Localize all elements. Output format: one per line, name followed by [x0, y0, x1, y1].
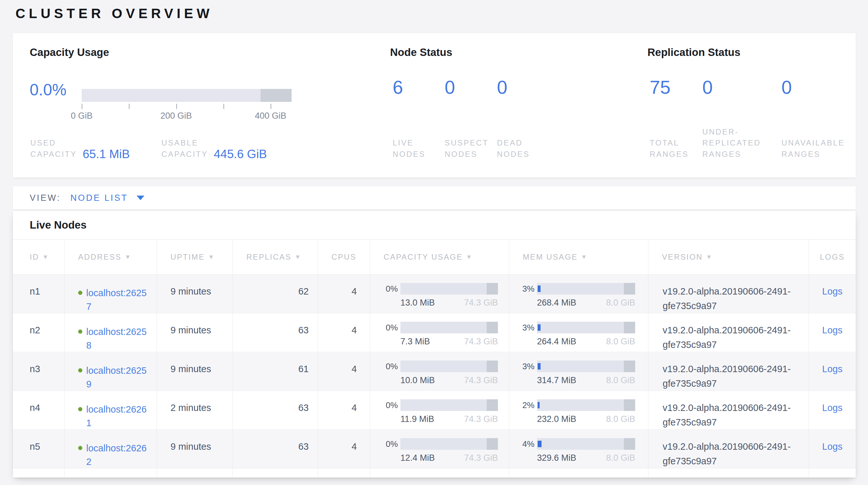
node-address-cell: localhost:26259 [64, 352, 157, 391]
node-live-dot-icon [78, 291, 82, 295]
mem-bar-cap [624, 322, 635, 333]
live-nodes-label: LIVE NODES [393, 137, 441, 160]
usable-capacity-label: USABLE CAPACITY [161, 137, 211, 160]
node-cpus-cell: 4 [318, 430, 370, 468]
node-id-cell: n3 [13, 352, 64, 391]
mem-total-value: 8.0 GiB [606, 414, 635, 424]
node-version-text: v19.2.0-alpha.20190606-2491-gfe735c9a97 [662, 362, 796, 391]
capacity-usage-axis: 0 GiB 200 GiB 400 GiB [82, 103, 291, 123]
capacity-bar [400, 399, 498, 411]
mem-bar-fill [538, 441, 541, 447]
axis-tick [176, 104, 177, 109]
suspect-nodes-label: SUSPECT NODES [445, 137, 495, 160]
mem-bar-cap [624, 438, 635, 450]
live-nodes-card: Live Nodes ID▼ ADDRESS▼ UPTIME▼ REPLICAS… [13, 211, 856, 478]
node-address-cell: localhost:26262 [64, 430, 157, 468]
capacity-usage-title: Capacity Usage [30, 46, 109, 59]
cluster-summary-card: Capacity Usage 0.0% 0 GiB 200 GiB 400 Gi… [13, 33, 856, 177]
column-header-logs: LOGS [809, 239, 856, 274]
column-header-version[interactable]: VERSION▼ [648, 239, 809, 274]
mem-used-value: 268.4 MiB [537, 298, 577, 308]
node-live-dot-icon [78, 368, 82, 372]
node-version-cell: v19.2.0-alpha.20190606-2491-gfe735c9a97 [648, 391, 809, 430]
capacity-bar [400, 438, 498, 450]
mem-bar [537, 322, 635, 333]
capacity-bar-cap [487, 283, 498, 294]
capacity-total-value: 74.3 GiB [464, 337, 498, 347]
node-uptime-cell: 9 minutes [157, 352, 232, 391]
node-address-link[interactable]: localhost:26262 [86, 441, 148, 468]
node-address-link[interactable]: localhost:26257 [86, 286, 148, 313]
node-cpus-cell: 4 [318, 391, 370, 430]
mem-total-value: 8.0 GiB [606, 337, 635, 347]
logs-link[interactable]: Logs [822, 286, 842, 296]
node-uptime-cell: 9 minutes [157, 275, 232, 313]
capacity-percent: 0% [383, 362, 398, 372]
capacity-used-value: 12.4 MiB [400, 453, 435, 463]
mem-percent: 3% [520, 284, 534, 294]
column-header-mem-usage[interactable]: MEM USAGE▼ [509, 239, 648, 274]
capacity-usage-bar [82, 89, 291, 102]
node-mem-usage-cell: 3% 264.4 MiB 8.0 GiB [509, 313, 648, 352]
node-address-cell: localhost:26257 [64, 275, 157, 313]
node-address-link[interactable]: localhost:26259 [86, 364, 148, 391]
dead-nodes-count: 0 [497, 78, 546, 97]
node-logs-cell: Logs [809, 313, 856, 352]
sort-caret-icon: ▼ [295, 254, 302, 261]
logs-link[interactable]: Logs [822, 403, 842, 413]
node-version-cell: v19.2.0-alpha.20190606-2491-gfe735c9a97 [648, 275, 809, 313]
capacity-bar-cap [487, 438, 498, 450]
logs-link[interactable]: Logs [822, 441, 842, 452]
node-address-cell: localhost:26261 [64, 391, 157, 430]
column-header-address[interactable]: ADDRESS▼ [64, 239, 157, 274]
mem-used-value: 264.4 MiB [537, 337, 577, 347]
column-header-id[interactable]: ID▼ [13, 239, 64, 274]
node-uptime-cell: 9 minutes [157, 313, 232, 352]
partial-next-row [13, 468, 856, 477]
capacity-bar-reserved-segment [260, 89, 291, 102]
live-nodes-title: Live Nodes [13, 211, 856, 239]
capacity-total-value: 74.3 GiB [464, 298, 498, 308]
capacity-bar-cap [487, 322, 498, 333]
mem-percent: 3% [520, 362, 534, 372]
node-cpus-cell: 4 [318, 313, 370, 352]
unavailable-ranges-label: UNAVAILABLE RANGES [781, 137, 854, 160]
sort-caret-icon: ▼ [466, 254, 473, 261]
node-mem-usage-cell: 3% 314.7 MiB 8.0 GiB [509, 352, 648, 391]
mem-percent: 2% [520, 400, 534, 410]
logs-link[interactable]: Logs [822, 325, 842, 335]
column-header-capacity-usage[interactable]: CAPACITY USAGE▼ [370, 239, 509, 274]
axis-label: 0 GiB [71, 111, 93, 121]
node-capacity-usage-cell: 0% 11.9 MiB 74.3 GiB [370, 391, 509, 430]
table-row: n5 localhost:26262 9 minutes 63 4 0% 12.… [13, 429, 856, 468]
node-address-link[interactable]: localhost:26261 [86, 403, 148, 430]
node-status-title: Node Status [390, 46, 453, 59]
axis-tick [271, 104, 271, 109]
capacity-total-value: 74.3 GiB [464, 375, 498, 386]
caret-down-icon[interactable] [136, 196, 144, 200]
axis-label: 200 GiB [160, 111, 192, 121]
axis-label: 400 GiB [255, 111, 286, 121]
node-version-text: v19.2.0-alpha.20190606-2491-gfe735c9a97 [662, 284, 796, 313]
mem-bar-fill [538, 363, 540, 370]
mem-bar [537, 438, 635, 450]
node-uptime-cell: 9 minutes [157, 430, 232, 468]
column-header-cpus: CPUS [318, 239, 370, 274]
sort-caret-icon: ▼ [125, 254, 131, 261]
table-row: n3 localhost:26259 9 minutes 61 4 0% 10.… [13, 352, 856, 391]
node-address-link[interactable]: localhost:26258 [86, 325, 148, 352]
view-label: VIEW: [30, 193, 61, 203]
capacity-bar-cap [487, 361, 498, 372]
column-header-uptime[interactable]: UPTIME▼ [157, 239, 232, 274]
mem-used-value: 314.7 MiB [537, 375, 577, 386]
mem-bar-fill [538, 286, 540, 292]
mem-bar [537, 283, 635, 294]
node-logs-cell: Logs [809, 352, 856, 391]
column-header-replicas[interactable]: REPLICAS▼ [232, 239, 318, 274]
capacity-percent: 0% [383, 284, 398, 294]
logs-link[interactable]: Logs [822, 364, 842, 374]
node-capacity-usage-cell: 0% 12.4 MiB 74.3 GiB [370, 430, 509, 468]
mem-percent: 4% [520, 439, 534, 449]
node-live-dot-icon [78, 407, 82, 411]
view-dropdown[interactable]: NODE LIST [70, 193, 128, 203]
